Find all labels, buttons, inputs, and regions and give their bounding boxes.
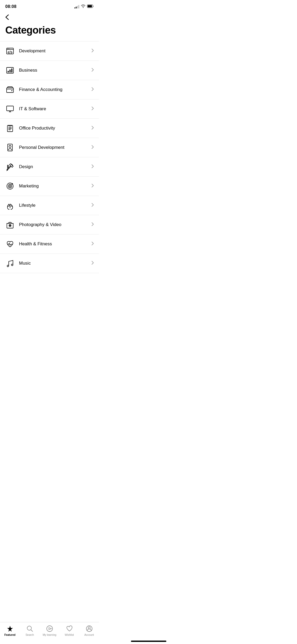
category-label-music: Music [19, 261, 92, 266]
page-content: Categories Development [0, 12, 99, 300]
chevron-right-icon [92, 49, 94, 53]
person-badge-icon [5, 143, 15, 152]
svg-point-27 [7, 265, 9, 267]
lifestyle-icon [5, 201, 15, 210]
svg-rect-6 [11, 68, 12, 72]
monitor-icon [5, 104, 15, 114]
signal-icon [74, 5, 79, 8]
pencil-ruler-icon [5, 162, 15, 172]
chevron-right-icon [92, 222, 94, 227]
chevron-right-icon [92, 242, 94, 246]
category-item-development[interactable]: Development [0, 41, 99, 61]
category-list: Development Business [0, 41, 99, 273]
page-title: Categories [0, 22, 99, 41]
svg-rect-1 [88, 5, 92, 7]
chevron-right-icon [92, 145, 94, 150]
chevron-right-icon [92, 261, 94, 266]
svg-point-12 [9, 145, 11, 148]
chevron-right-icon [92, 87, 94, 92]
battery-icon [87, 4, 94, 9]
category-item-health[interactable]: Health & Fitness [0, 234, 99, 254]
category-item-lifestyle[interactable]: Lifestyle [0, 196, 99, 215]
category-label-design: Design [19, 164, 92, 169]
chevron-right-icon [92, 126, 94, 131]
svg-rect-9 [7, 106, 13, 111]
category-item-office[interactable]: Office Productivity [0, 119, 99, 138]
camera-icon [5, 220, 15, 229]
category-label-it: IT & Software [19, 106, 92, 112]
category-item-finance[interactable]: Finance & Accounting [0, 80, 99, 99]
category-item-it[interactable]: IT & Software [0, 99, 99, 119]
category-item-design[interactable]: Design [0, 157, 99, 177]
category-label-finance: Finance & Accounting [19, 87, 92, 92]
status-bar: 08:08 [0, 0, 99, 12]
svg-point-20 [8, 184, 12, 188]
category-label-personal-dev: Personal Development [19, 145, 92, 150]
svg-point-21 [9, 185, 11, 187]
chevron-right-icon [92, 164, 94, 169]
music-icon [5, 259, 15, 268]
chevron-right-icon [92, 68, 94, 73]
category-label-business: Business [19, 68, 92, 73]
target-icon [5, 181, 15, 191]
svg-rect-5 [10, 70, 11, 72]
status-time: 08:08 [5, 4, 16, 9]
category-item-marketing[interactable]: Marketing [0, 177, 99, 196]
chart-icon [5, 66, 15, 75]
back-button[interactable] [0, 12, 99, 22]
category-label-health: Health & Fitness [19, 241, 92, 247]
status-icons [74, 4, 94, 9]
code-icon [5, 46, 15, 56]
wallet-icon [5, 85, 15, 94]
category-item-personal-dev[interactable]: Personal Development [0, 138, 99, 157]
category-item-business[interactable]: Business [0, 61, 99, 80]
category-label-marketing: Marketing [19, 183, 92, 189]
category-label-photography: Photography & Video [19, 222, 92, 227]
category-label-office: Office Productivity [19, 126, 92, 131]
svg-point-28 [11, 264, 13, 266]
category-item-photography[interactable]: Photography & Video [0, 215, 99, 234]
svg-rect-4 [8, 71, 9, 72]
category-label-development: Development [19, 48, 92, 54]
chevron-right-icon [92, 107, 94, 111]
chevron-right-icon [92, 203, 94, 208]
clipboard-icon [5, 123, 15, 133]
heart-pulse-icon [5, 239, 15, 249]
svg-rect-7 [7, 88, 13, 93]
chevron-right-icon [92, 184, 94, 188]
category-item-music[interactable]: Music [0, 254, 99, 273]
category-label-lifestyle: Lifestyle [19, 203, 92, 208]
svg-point-26 [10, 225, 11, 226]
svg-point-8 [11, 90, 12, 91]
wifi-icon [81, 4, 86, 9]
